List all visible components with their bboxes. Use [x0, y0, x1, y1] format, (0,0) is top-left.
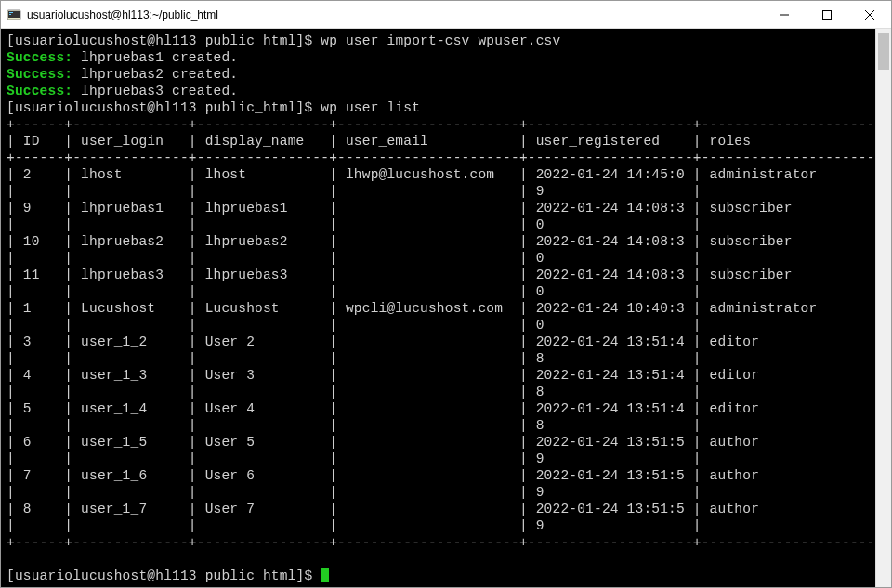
terminal-output[interactable]: [usuariolucushost@hl113 public_html]$ wp…: [1, 29, 875, 587]
svg-rect-2: [9, 12, 13, 13]
maximize-button[interactable]: [806, 1, 848, 29]
scrollbar-thumb[interactable]: [878, 33, 889, 70]
svg-rect-5: [823, 11, 832, 20]
svg-rect-3: [9, 14, 11, 15]
app-icon: [7, 7, 21, 22]
window-title: usuariolucushost@hl113:~/public_html: [27, 8, 763, 21]
window-titlebar: usuariolucushost@hl113:~/public_html: [1, 1, 891, 29]
scrollbar[interactable]: [875, 29, 891, 587]
minimize-button[interactable]: [763, 1, 806, 29]
window-controls: [763, 1, 891, 28]
close-button[interactable]: [848, 1, 891, 29]
terminal-cursor: [321, 568, 329, 582]
